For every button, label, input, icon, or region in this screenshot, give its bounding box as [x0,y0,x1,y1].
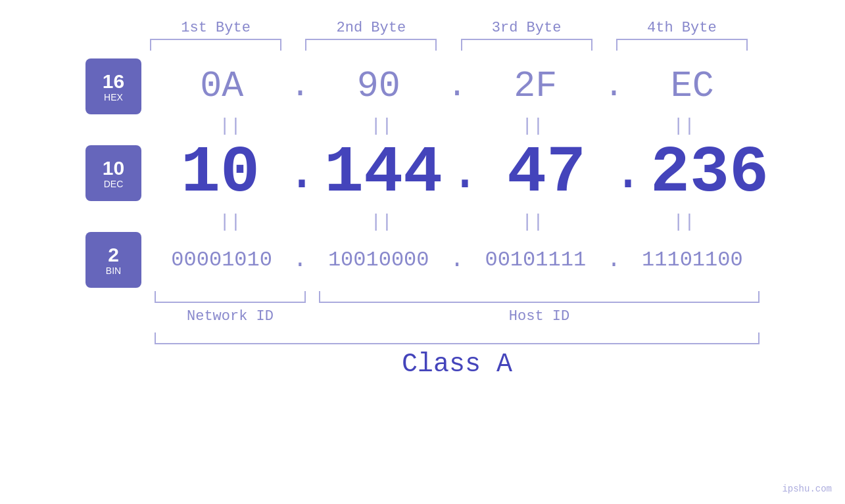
byte-header-1: 1st Byte [150,20,281,36]
hex-dot-1: . [290,68,310,105]
byte-header-2: 2nd Byte [305,20,437,36]
bin-badge: 2 BIN [85,232,141,288]
dec-dot-1: . [286,147,318,200]
bin-dot-1: . [290,246,310,273]
dec-badge-label: DEC [104,179,124,189]
bin-badge-label: BIN [106,266,121,275]
host-id-label: Host ID [319,308,760,325]
bin-dot-3: . [604,246,624,273]
hex-byte-1: 0A [156,66,287,107]
bin-row: 2 BIN 00001010 . 10010000 . 00101111 . 1… [85,232,760,288]
network-bracket [155,291,306,303]
class-section: Class A [85,332,760,379]
equals-1-2: || [316,116,447,136]
bottom-labels: Network ID Host ID [155,308,760,325]
dec-badge: 10 DEC [85,145,141,201]
dec-dot-2: . [449,147,481,200]
dec-byte-2: 144 [318,136,449,210]
hex-dot-3: . [604,68,624,105]
dec-byte-4: 236 [644,136,775,210]
equals-1-3: || [467,116,598,136]
byte-header-3: 3rd Byte [461,20,592,36]
equals-1-4: || [618,116,750,136]
bracket-3 [461,39,592,51]
bracket-2 [305,39,437,51]
class-bracket [155,332,760,344]
bin-byte-4: 11101100 [627,248,758,272]
bottom-brackets [155,291,760,303]
bin-badge-num: 2 [108,245,119,265]
bottom-section: Network ID Host ID [85,291,760,325]
bin-byte-3: 00101111 [470,248,601,272]
equals-2-2: || [316,212,447,232]
host-bracket [319,291,760,303]
byte-headers-row: 1st Byte 2nd Byte 3rd Byte 4th Byte [85,20,760,36]
top-bracket-row [85,39,760,51]
equals-row-1: || || || || [85,116,760,136]
equals-2-1: || [164,212,296,232]
watermark: ipshu.com [782,484,832,494]
equals-2-4: || [618,212,750,232]
dec-values: 10 . 144 . 47 . 236 [155,136,775,210]
hex-badge-label: HEX [104,93,123,102]
bin-dot-2: . [447,246,467,273]
hex-badge: 16 HEX [85,58,141,114]
hex-values: 0A . 90 . 2F . EC [155,66,760,107]
hex-row: 16 HEX 0A . 90 . 2F . EC [85,58,760,114]
equals-1-1: || [164,116,296,136]
bracket-1 [150,39,281,51]
bin-byte-1: 00001010 [156,248,287,272]
main-container: 1st Byte 2nd Byte 3rd Byte 4th Byte 16 H… [0,0,845,504]
byte-header-4: 4th Byte [616,20,748,36]
dec-row: 10 DEC 10 . 144 . 47 . 236 [85,136,760,210]
equals-row-2: || || || || [85,212,760,232]
equals-2-3: || [467,212,598,232]
class-label: Class A [155,350,760,379]
bin-byte-2: 10010000 [313,248,445,272]
bin-values: 00001010 . 10010000 . 00101111 . 1110110… [155,246,760,273]
dec-dot-3: . [612,147,644,200]
dec-byte-3: 47 [481,136,612,210]
bracket-4 [616,39,748,51]
dec-badge-num: 10 [103,158,124,178]
hex-byte-2: 90 [313,66,445,107]
hex-dot-2: . [447,68,467,105]
hex-badge-num: 16 [103,72,124,91]
network-id-label: Network ID [155,308,306,325]
hex-byte-4: EC [627,66,758,107]
hex-byte-3: 2F [470,66,601,107]
dec-byte-1: 10 [155,136,286,210]
